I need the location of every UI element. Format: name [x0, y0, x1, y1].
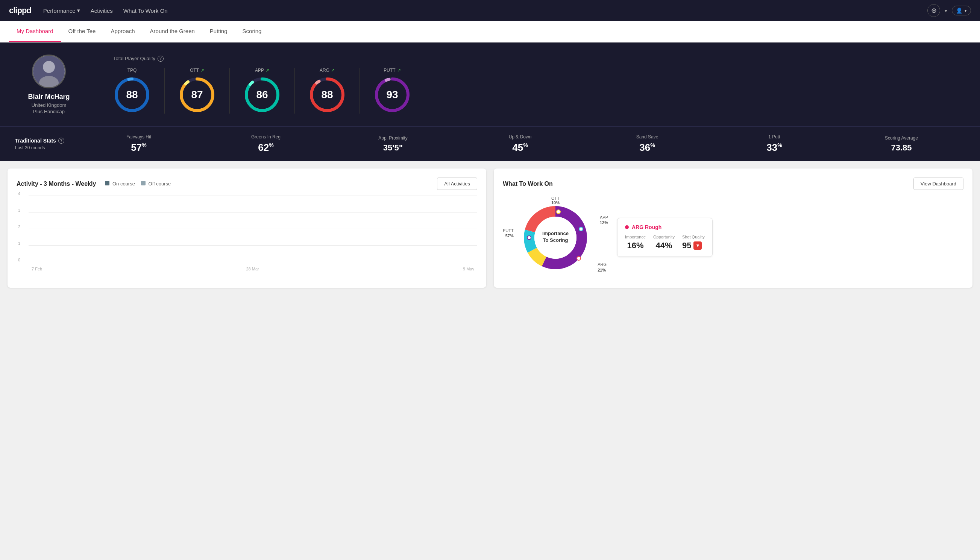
- tab-off-the-tee[interactable]: Off the Tee: [61, 21, 103, 42]
- stat-fairways-value: 57%: [75, 142, 202, 153]
- card-dot: [625, 225, 629, 229]
- hero-section: Blair McHarg United Kingdom Plus Handica…: [0, 42, 980, 127]
- stat-sandsave-value: 36%: [584, 142, 711, 153]
- stats-help-icon[interactable]: ?: [58, 138, 64, 144]
- nav-arrow-icon: ▾: [945, 8, 947, 13]
- gauge-putt-text: PUTT: [384, 68, 395, 73]
- player-name: Blair McHarg: [28, 93, 70, 101]
- gauge-putt-label: PUTT ↗: [384, 68, 401, 73]
- ring-app: 86: [243, 76, 281, 113]
- stat-scoring-avg: Scoring Average 73.85: [838, 135, 965, 153]
- nav-performance-arrow: ▾: [77, 7, 80, 14]
- stat-1putt-value: 33%: [711, 142, 838, 153]
- view-dashboard-button[interactable]: View Dashboard: [913, 178, 963, 190]
- stat-fairways-hit: Fairways Hit 57%: [75, 134, 202, 153]
- chart-legend: On course Off course: [105, 181, 171, 187]
- stat-scoring-value: 73.85: [838, 143, 965, 153]
- gauge-arg: ARG ↗ 88: [295, 68, 360, 113]
- gauge-app-value: 86: [256, 89, 268, 101]
- metric-shot-quality-value: 95: [682, 241, 691, 250]
- quality-label: Total Player Quality ?: [113, 56, 965, 62]
- legend-offcourse-dot: [141, 181, 146, 185]
- nav-activities[interactable]: Activities: [91, 8, 113, 14]
- add-button[interactable]: ⊕: [927, 4, 940, 17]
- gauge-arg-value: 88: [321, 89, 333, 101]
- tab-approach[interactable]: Approach: [103, 21, 142, 42]
- gauge-tpq: TPQ 88: [113, 68, 165, 113]
- gauge-app-label: APP ↗: [255, 68, 269, 73]
- gauge-arg-label: ARG ↗: [319, 68, 335, 73]
- bottom-row: Activity - 3 Months - Weekly On course O…: [0, 161, 980, 295]
- what-panel-title: What To Work On: [503, 180, 553, 187]
- all-activities-button[interactable]: All Activities: [437, 178, 477, 190]
- tab-scoring[interactable]: Scoring: [235, 21, 269, 42]
- stat-up-down: Up & Down 45%: [456, 134, 584, 153]
- svg-text:Importance: Importance: [542, 230, 569, 236]
- legend-oncourse-dot: [105, 181, 110, 185]
- what-panel-header: What To Work On View Dashboard: [503, 178, 963, 190]
- stats-label-group: Traditional Stats ? Last 20 rounds: [15, 138, 75, 150]
- ring-arg: 88: [308, 76, 346, 113]
- user-icon: 👤: [956, 8, 962, 13]
- donut-label-app: APP12%: [600, 215, 608, 226]
- gauge-arg-text: ARG: [319, 68, 329, 73]
- legend-offcourse: Off course: [141, 181, 171, 187]
- gauge-putt-trend: ↗: [397, 68, 401, 73]
- svg-point-28: [577, 257, 581, 260]
- legend-oncourse-label: On course: [112, 181, 135, 187]
- tab-putting[interactable]: Putting: [202, 21, 235, 42]
- avatar: [32, 55, 66, 88]
- svg-text:To Scoring: To Scoring: [543, 237, 568, 243]
- metric-importance: Importance 16%: [625, 235, 646, 250]
- nav-activities-label: Activities: [91, 8, 113, 14]
- stats-title: Traditional Stats ?: [15, 138, 75, 144]
- what-to-work-panel: What To Work On View Dashboard OTT10%: [494, 168, 972, 288]
- help-icon[interactable]: ?: [158, 56, 163, 62]
- grid-label-4: 4: [18, 192, 20, 196]
- info-metrics: Importance 16% Opportunity 44% Shot Qual…: [625, 235, 705, 250]
- stat-greens-in-reg: Greens In Reg 62%: [202, 134, 329, 153]
- metric-opportunity-value: 44%: [653, 241, 675, 250]
- gauge-tpq-label: TPQ: [128, 68, 137, 73]
- logo: clippd: [9, 6, 31, 15]
- legend-oncourse: On course: [105, 181, 135, 187]
- svg-point-26: [557, 210, 560, 213]
- nav-links: Performance ▾ Activities What To Work On: [43, 7, 915, 14]
- metric-importance-value: 16%: [625, 241, 646, 250]
- gauge-putt-value: 93: [386, 89, 398, 101]
- tabs-bar: My Dashboard Off the Tee Approach Around…: [0, 21, 980, 42]
- x-label-may: 9 May: [463, 267, 474, 271]
- plus-icon: ⊕: [931, 7, 937, 15]
- stat-fairways-label: Fairways Hit: [75, 134, 202, 140]
- stat-sandsave-label: Sand Save: [584, 134, 711, 140]
- gauge-app: APP ↗ 86: [230, 68, 295, 113]
- stat-updown-value: 45%: [456, 142, 584, 153]
- x-label-feb: 7 Feb: [32, 267, 42, 271]
- gauge-ott-text: OTT: [190, 68, 199, 73]
- gauge-tpq-text: TPQ: [128, 68, 137, 73]
- gauges-row: TPQ 88 OTT ↗: [113, 68, 965, 113]
- ring-tpq: 88: [113, 76, 151, 113]
- shot-quality-badge: ▼: [694, 242, 702, 250]
- tab-my-dashboard[interactable]: My Dashboard: [9, 21, 61, 42]
- user-menu-button[interactable]: 👤 ▾: [952, 6, 971, 15]
- metric-shot-quality-label: Shot Quality: [682, 235, 705, 239]
- stat-app-prox-value: 35'5": [329, 143, 456, 153]
- nav-what-to-work[interactable]: What To Work On: [123, 8, 168, 14]
- donut-label-arg: ARG21%: [597, 262, 607, 273]
- metric-importance-label: Importance: [625, 235, 646, 239]
- navbar: clippd Performance ▾ Activities What To …: [0, 0, 980, 21]
- bars-container: [28, 196, 477, 262]
- activity-panel-header: Activity - 3 Months - Weekly On course O…: [17, 178, 477, 190]
- nav-performance[interactable]: Performance ▾: [43, 7, 80, 14]
- donut-wrapper: OTT10%: [503, 196, 608, 279]
- grid-label-3: 3: [18, 208, 20, 212]
- svg-point-27: [579, 227, 583, 231]
- stat-app-proximity: App. Proximity 35'5": [329, 135, 456, 153]
- gauge-app-trend: ↗: [266, 68, 269, 73]
- activity-panel: Activity - 3 Months - Weekly On course O…: [8, 168, 486, 288]
- gauge-ott-value: 87: [191, 89, 203, 101]
- info-card-title: ARG Rough: [625, 224, 705, 230]
- divider: [98, 55, 98, 114]
- tab-around-the-green[interactable]: Around the Green: [143, 21, 202, 42]
